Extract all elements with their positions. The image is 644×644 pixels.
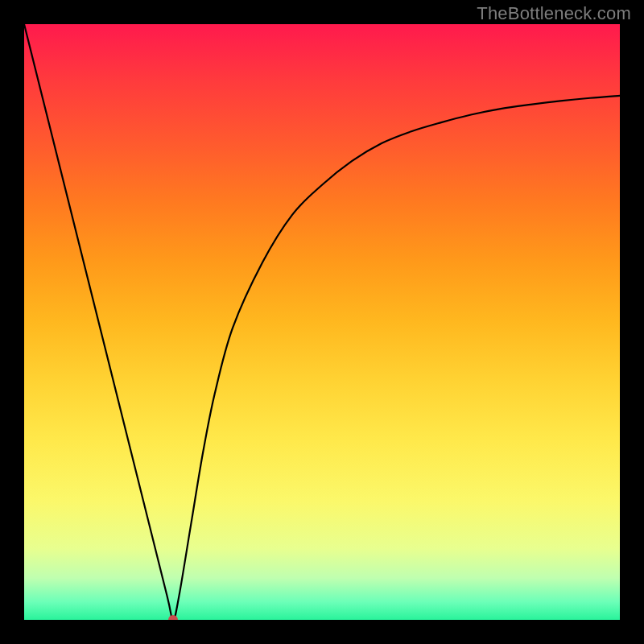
watermark-text: TheBottleneck.com xyxy=(477,3,631,24)
curve-layer xyxy=(24,24,620,620)
minimum-marker xyxy=(168,615,178,620)
chart-frame xyxy=(24,24,620,620)
bottleneck-curve-path xyxy=(24,24,620,620)
plot-area xyxy=(24,24,620,620)
